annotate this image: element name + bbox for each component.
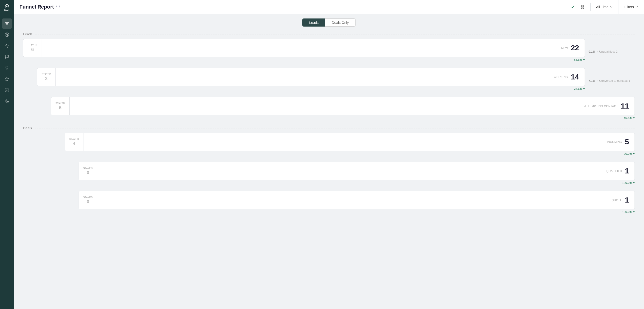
svg-rect-20 <box>583 5 584 6</box>
sidebar-item-lightbulb[interactable] <box>2 63 12 73</box>
side-pct-new: 9.1% <box>588 50 596 53</box>
conversion-chevron-new: ▾ <box>583 58 585 61</box>
svg-rect-22 <box>581 7 582 8</box>
back-label: Back <box>4 9 10 12</box>
conversion-working: 78.6% ▾ <box>37 86 585 91</box>
funnel-step-working-wrapper: STAYED 2 WORKING 14 78.6% ▾ 7.1% › Conve… <box>37 68 635 93</box>
filters-label: Filters <box>624 5 634 9</box>
svg-point-7 <box>7 33 8 34</box>
deals-section-label: Deals <box>23 126 635 130</box>
svg-point-8 <box>8 34 8 35</box>
side-info-working: 7.1% › Converted to contact: 1 <box>588 79 635 82</box>
conversion-chevron-incoming: ▾ <box>633 152 635 155</box>
bar-incoming: INCOMING 5 <box>83 133 635 151</box>
funnel-step-new: STAYED 6 NEW 22 63.6% ▾ <box>23 39 585 64</box>
bar-value-new: 22 <box>571 44 579 52</box>
header: Funnel Report <box>14 0 644 14</box>
funnel-step-incoming-wrapper: STAYED 4 INCOMING 5 20.0% ▾ <box>65 133 635 158</box>
funnel-step-attempting: STAYED 6 ATTEMPTING CONTACT 11 45.5% ▾ <box>51 97 635 122</box>
funnel-row-quote: STAYED 0 QUOTE 1 <box>78 191 635 209</box>
side-pct-working: 7.1% <box>588 79 596 82</box>
sidebar-item-activity[interactable] <box>2 41 12 51</box>
conversion-chevron-working: ▾ <box>583 87 585 90</box>
sidebar-nav <box>2 16 12 309</box>
stayed-box-working: STAYED 2 <box>37 68 56 86</box>
conversion-pct-qualified: 100.0% <box>622 181 632 185</box>
bar-qualified: QUALIFIED 1 <box>97 162 635 180</box>
filters-button[interactable]: Filters <box>619 0 644 14</box>
stayed-value-new: 6 <box>31 47 34 52</box>
sidebar-item-target[interactable] <box>2 85 12 95</box>
info-icon[interactable] <box>56 4 60 9</box>
time-selector[interactable]: All Time <box>590 0 619 14</box>
leads-section-label: Leads <box>23 32 635 36</box>
side-info-new: 9.1% › Unqualified: 2 <box>588 50 635 53</box>
time-selector-label: All Time <box>596 5 608 9</box>
funnel-step-quote: STAYED 0 QUOTE 1 100.0% ▾ <box>78 191 635 216</box>
conversion-qualified: 100.0% ▾ <box>78 180 635 185</box>
sidebar-item-flag[interactable] <box>2 52 12 62</box>
bar-working: WORKING 14 <box>56 68 585 86</box>
bar-value-attempting: 11 <box>621 102 629 110</box>
stayed-label-attempting: STAYED <box>56 102 65 105</box>
leads-tab[interactable]: Leads <box>302 18 325 26</box>
conversion-quote: 100.0% ▾ <box>78 209 635 215</box>
funnel-row-new: STAYED 6 NEW 22 <box>23 39 585 57</box>
stayed-box-new: STAYED 6 <box>23 39 42 57</box>
view-toggles <box>565 3 590 11</box>
funnel-row-working: STAYED 2 WORKING 14 <box>37 68 585 86</box>
conversion-chevron-quote: ▾ <box>633 210 635 214</box>
bar-label-incoming: INCOMING <box>607 140 622 144</box>
conversion-new: 63.6% ▾ <box>23 57 585 62</box>
stayed-label-quote: STAYED <box>83 196 93 199</box>
stayed-value-qualified: 0 <box>87 170 89 175</box>
funnel-step-new-wrapper: STAYED 6 NEW 22 63.6% ▾ 9.1% › Unqualifi… <box>23 39 635 64</box>
conversion-pct-new: 63.6% <box>574 58 582 61</box>
funnel-step-attempting-wrapper: STAYED 6 ATTEMPTING CONTACT 11 45.5% ▾ <box>51 97 635 122</box>
bar-label-qualified: QUALIFIED <box>606 170 622 173</box>
side-text-new: Unqualified: 2 <box>599 50 618 53</box>
funnel-row-attempting: STAYED 6 ATTEMPTING CONTACT 11 <box>51 97 635 115</box>
bar-new: NEW 22 <box>42 39 585 57</box>
conversion-pct-working: 78.6% <box>574 87 582 90</box>
svg-point-15 <box>6 90 7 90</box>
conversion-incoming: 20.0% ▾ <box>65 151 635 156</box>
svg-marker-12 <box>5 77 9 81</box>
grid-view-button[interactable] <box>578 3 587 11</box>
conversion-pct-incoming: 20.0% <box>624 152 632 155</box>
side-text-working: Converted to contact: 1 <box>599 79 630 82</box>
list-view-button[interactable] <box>569 3 577 11</box>
bar-attempting: ATTEMPTING CONTACT 11 <box>69 97 635 115</box>
bar-value-working: 14 <box>571 73 579 81</box>
sidebar-item-palette[interactable] <box>2 29 12 40</box>
bar-label-new: NEW <box>561 46 568 50</box>
back-button[interactable]: Back <box>0 0 14 16</box>
side-arrow-new: › <box>597 50 598 53</box>
deals-only-tab[interactable]: Deals Only <box>325 18 355 26</box>
funnel-step-working: STAYED 2 WORKING 14 78.6% ▾ <box>37 68 585 93</box>
svg-point-6 <box>6 34 6 35</box>
sidebar: Back <box>0 0 14 309</box>
sidebar-item-phone[interactable] <box>2 96 12 106</box>
svg-point-13 <box>5 88 9 92</box>
stayed-value-attempting: 6 <box>59 105 62 110</box>
funnel-step-quote-wrapper: STAYED 0 QUOTE 1 100.0% ▾ <box>78 191 635 216</box>
stayed-box-attempting: STAYED 6 <box>51 97 69 115</box>
page-title: Funnel Report <box>20 4 54 10</box>
conversion-pct-quote: 100.0% <box>622 210 632 214</box>
bar-quote: QUOTE 1 <box>97 191 635 209</box>
bar-label-attempting: ATTEMPTING CONTACT <box>584 105 618 108</box>
conversion-pct-attempting: 45.5% <box>624 116 632 120</box>
funnel-step-qualified: STAYED 0 QUALIFIED 1 100.0% ▾ <box>78 162 635 187</box>
bar-label-quote: QUOTE <box>612 199 622 202</box>
bar-value-incoming: 5 <box>625 138 629 146</box>
stayed-box-incoming: STAYED 4 <box>65 133 83 151</box>
funnel-row-incoming: STAYED 4 INCOMING 5 <box>65 133 635 151</box>
svg-rect-19 <box>581 5 582 6</box>
sidebar-item-star[interactable] <box>2 74 12 84</box>
bar-value-qualified: 1 <box>625 167 629 175</box>
funnel-step-qualified-wrapper: STAYED 0 QUALIFIED 1 100.0% ▾ <box>78 162 635 187</box>
sidebar-item-funnel[interactable] <box>2 18 12 29</box>
main-area: Funnel Report <box>14 0 644 309</box>
stayed-value-quote: 0 <box>87 199 89 204</box>
